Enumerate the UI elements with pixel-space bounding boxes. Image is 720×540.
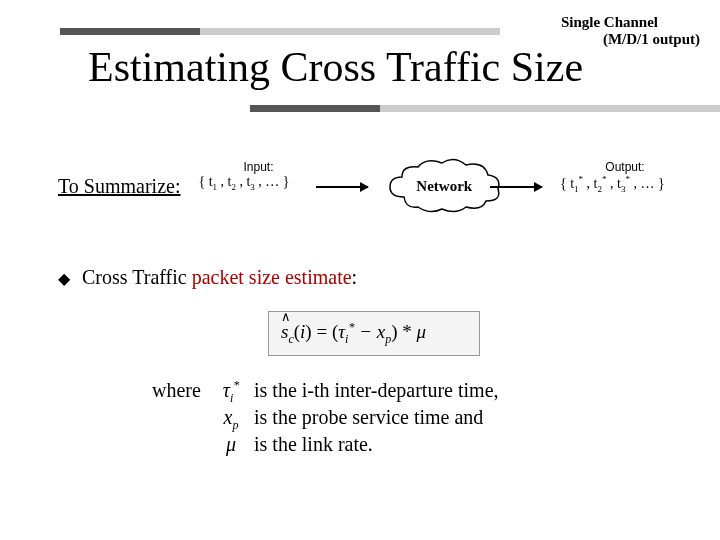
formula-box: sc(i) = (τi* − xp) * μ	[268, 311, 480, 356]
bullet-suffix: :	[352, 266, 358, 288]
where-mu-text: is the link rate.	[254, 433, 373, 456]
where-row-tau: where τi* is the i-th inter-departure ti…	[152, 378, 690, 406]
bullet-prefix: Cross Traffic	[82, 266, 192, 288]
bullet-text: Cross Traffic packet size estimate:	[82, 266, 357, 289]
symbol-xp: xp	[216, 406, 246, 433]
input-caption: Input:	[198, 160, 318, 174]
input-sequence: { t1 , t2 , t3 , … }	[198, 174, 289, 189]
slide-content: To Summarize: Input: { t1 , t2 , t3 , … …	[0, 112, 720, 456]
arrow-in	[316, 186, 368, 188]
mid-divider	[250, 105, 720, 112]
bullet-marker-icon: ◆	[58, 269, 70, 288]
summary-row: To Summarize: Input: { t1 , t2 , t3 , … …	[58, 150, 690, 222]
network-diagram: Input: { t1 , t2 , t3 , … } Network Outp…	[198, 150, 690, 222]
cloud-label: Network	[416, 178, 472, 195]
symbol-mu: μ	[216, 433, 246, 456]
tag-line-2: (M/D/1 output)	[561, 31, 700, 48]
bullet-highlight: packet size estimate	[192, 266, 352, 288]
output-caption: Output:	[560, 160, 690, 174]
bullet-item: ◆ Cross Traffic packet size estimate:	[58, 266, 690, 289]
cloud-icon: Network	[384, 157, 504, 215]
tag-line-1: Single Channel	[561, 14, 658, 30]
context-tag: Single Channel (M/D/1 output)	[561, 14, 700, 47]
top-divider	[60, 28, 500, 35]
diagram-output: Output: { t1* , t2* , t3* , … }	[560, 160, 690, 195]
where-xp-text: is the probe service time and	[254, 406, 483, 429]
where-label: where	[152, 379, 208, 402]
symbol-tau: τi*	[216, 378, 246, 406]
slide-header: Single Channel (M/D/1 output) Estimating…	[0, 0, 720, 112]
diagram-input: Input: { t1 , t2 , t3 , … }	[198, 160, 318, 193]
where-tau-text: is the i-th inter-departure time,	[254, 379, 499, 402]
output-sequence: { t1* , t2* , t3* , … }	[560, 176, 665, 191]
where-block: where τi* is the i-th inter-departure ti…	[152, 378, 690, 456]
where-row-mu: μ is the link rate.	[152, 433, 690, 456]
arrow-out	[490, 186, 542, 188]
slide-title: Estimating Cross Traffic Size	[88, 43, 720, 91]
where-row-xp: xp is the probe service time and	[152, 406, 690, 433]
summary-label: To Summarize:	[58, 175, 180, 198]
